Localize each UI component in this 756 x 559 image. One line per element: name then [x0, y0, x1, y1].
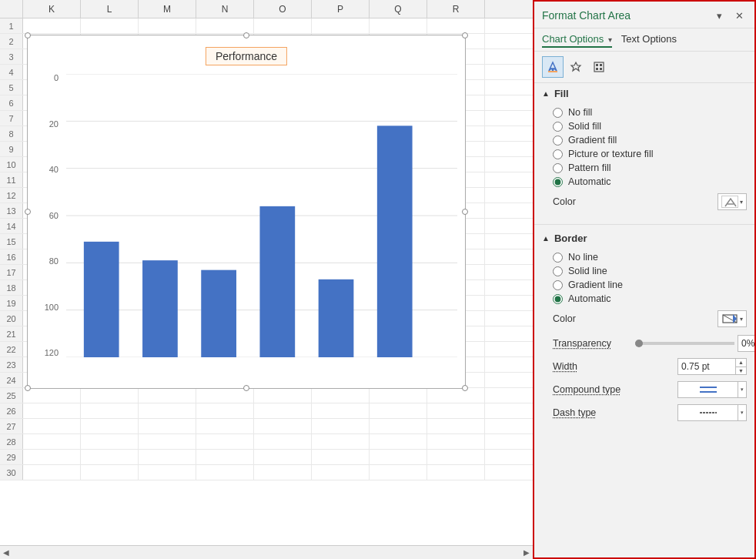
col-header-k: K [23, 0, 81, 18]
dash-type-arrow[interactable]: ▾ [738, 405, 746, 420]
fill-radio-pattern[interactable] [553, 163, 563, 173]
fill-radio-automatic[interactable] [553, 177, 563, 187]
compound-type-row: Compound type ▾ [553, 378, 747, 401]
compound-type-select[interactable]: ▾ [677, 381, 747, 398]
fill-color-swatch [721, 196, 738, 208]
width-label: Width [553, 361, 577, 372]
border-option-automatic: Automatic [553, 292, 747, 306]
fill-radio-gradient[interactable] [553, 136, 563, 146]
border-radio-solid[interactable] [553, 266, 563, 276]
col-header-m: M [139, 0, 196, 18]
col-header-r: R [427, 0, 485, 18]
tab-text-options[interactable]: Text Options [621, 33, 677, 48]
handle-top-right[interactable] [462, 32, 468, 38]
panel-title: Format Chart Area [542, 9, 631, 22]
effects-button[interactable] [565, 56, 587, 78]
col-header-l: L [81, 0, 139, 18]
y-label: 0 [32, 74, 59, 82]
border-color-row: Color ▾ [553, 306, 747, 332]
bar-m5[interactable] [319, 280, 354, 357]
fill-effects-button[interactable] [542, 56, 564, 78]
bar-m3[interactable] [201, 270, 236, 357]
fill-label-no-fill: No fill [568, 107, 592, 118]
border-color-picker[interactable]: ▾ [718, 310, 747, 327]
transparency-label: Transparency [553, 338, 611, 349]
border-label-solid: Solid line [568, 266, 607, 276]
panel-icons-row [534, 52, 754, 83]
panel-tabs: Chart Options ▾ Text Options [534, 28, 754, 52]
svg-rect-15 [594, 62, 604, 72]
y-label: 60 [32, 212, 59, 220]
fill-color-dropdown-arrow[interactable]: ▾ [740, 199, 743, 206]
border-section-header[interactable]: ▲ Border [534, 228, 754, 247]
svg-rect-17 [600, 64, 602, 66]
fill-radio-no-fill[interactable] [553, 108, 563, 118]
col-header-p: P [312, 0, 370, 18]
svg-rect-19 [600, 68, 602, 70]
border-radio-gradient[interactable] [553, 280, 563, 290]
format-panel: Format Chart Area ▾ ✕ Chart Options ▾ Te… [533, 0, 756, 559]
tab-dropdown-arrow[interactable]: ▾ [608, 35, 612, 44]
section-divider [534, 224, 754, 225]
fill-radio-picture[interactable] [553, 149, 563, 159]
border-radio-no-line[interactable] [553, 253, 563, 263]
fill-label-solid: Solid fill [568, 121, 601, 132]
bar-m6[interactable] [377, 126, 413, 357]
border-option-solid: Solid line [553, 264, 747, 278]
svg-rect-18 [596, 68, 598, 70]
panel-header: Format Chart Area ▾ ✕ [534, 2, 754, 28]
border-section-body: No line Solid line Gradient line Automat… [534, 247, 754, 430]
fill-collapse-arrow: ▲ [542, 89, 550, 98]
handle-top-left[interactable] [25, 32, 31, 38]
y-label: 80 [32, 257, 59, 266]
width-up[interactable]: ▲ [736, 359, 746, 367]
handle-bot-left[interactable] [25, 385, 31, 391]
fill-option-pattern: Pattern fill [553, 161, 747, 175]
bar-m1[interactable] [84, 242, 119, 357]
border-option-gradient: Gradient line [553, 278, 747, 292]
border-radio-automatic[interactable] [553, 294, 563, 304]
pin-button[interactable]: ▾ [711, 8, 727, 23]
chart-container[interactable]: Performance 120 100 80 60 40 20 0 [27, 35, 466, 389]
scroll-right[interactable]: ▶ [520, 546, 533, 560]
border-color-dropdown-arrow[interactable]: ▾ [740, 316, 743, 323]
svg-rect-16 [596, 64, 598, 66]
fill-label-picture: Picture or texture fill [568, 149, 653, 159]
handle-mid-right[interactable] [462, 209, 468, 215]
bottom-scrollbar[interactable]: ◀ ▶ [0, 545, 533, 559]
fill-section-header[interactable]: ▲ Fill [534, 83, 754, 102]
transparency-input[interactable]: 0% ▲ ▼ [738, 335, 754, 352]
bar-m2[interactable] [142, 260, 178, 357]
width-value: 0.75 pt [678, 361, 735, 372]
width-input[interactable]: 0.75 pt ▲ ▼ [677, 358, 747, 375]
border-collapse-arrow: ▲ [542, 234, 550, 243]
handle-bot-center[interactable] [243, 385, 249, 391]
width-down[interactable]: ▼ [736, 367, 746, 375]
border-label-gradient: Gradient line [568, 280, 623, 290]
fill-option-gradient: Gradient fill [553, 133, 747, 147]
scroll-left[interactable]: ◀ [0, 546, 12, 560]
fill-radio-solid[interactable] [553, 122, 563, 132]
border-label-no-line: No line [568, 252, 598, 263]
transparency-slider[interactable] [635, 342, 734, 345]
tab-chart-options[interactable]: Chart Options ▾ [542, 33, 612, 48]
bar-m4[interactable] [259, 206, 295, 357]
handle-top-center[interactable] [243, 32, 249, 38]
handle-bot-right[interactable] [462, 385, 468, 391]
border-section-title: Border [554, 233, 587, 244]
column-headers: K L M N O P Q R [0, 0, 533, 18]
fill-color-label: Color [553, 196, 576, 207]
width-spinners: ▲ ▼ [735, 359, 746, 374]
fill-label-gradient: Gradient fill [568, 135, 617, 146]
fill-color-picker[interactable]: ▾ [718, 193, 747, 210]
dash-type-value [678, 407, 738, 418]
close-button[interactable]: ✕ [731, 8, 747, 23]
size-properties-button[interactable] [588, 56, 610, 78]
width-row: Width 0.75 pt ▲ ▼ [553, 355, 747, 378]
y-label: 100 [32, 303, 59, 312]
compound-type-arrow[interactable]: ▾ [738, 382, 746, 397]
y-axis: 120 100 80 60 40 20 0 [32, 74, 59, 357]
dash-type-select[interactable]: ▾ [677, 404, 747, 421]
chart-title: Performance [206, 47, 287, 65]
handle-mid-left[interactable] [25, 209, 31, 215]
